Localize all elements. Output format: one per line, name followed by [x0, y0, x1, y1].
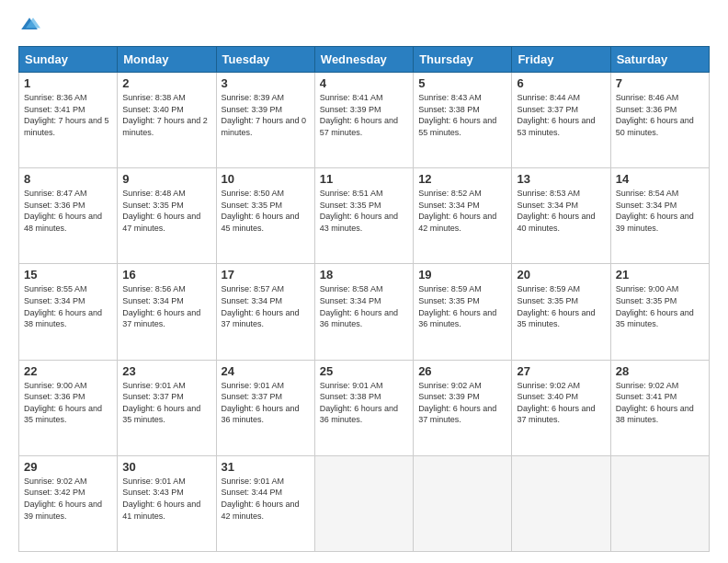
day-number: 3: [222, 76, 310, 90]
day-number: 17: [222, 268, 310, 282]
header: [18, 15, 710, 37]
day-info: Sunrise: 9:01 AMSunset: 3:44 PMDaylight:…: [222, 476, 310, 522]
day-number: 30: [122, 460, 210, 474]
day-number: 31: [222, 460, 310, 474]
day-info: Sunrise: 8:59 AMSunset: 3:35 PMDaylight:…: [418, 283, 506, 329]
calendar-cell: 27Sunrise: 9:02 AMSunset: 3:40 PMDayligh…: [512, 360, 610, 455]
day-info: Sunrise: 8:47 AMSunset: 3:36 PMDaylight:…: [24, 188, 112, 234]
calendar-cell: 23Sunrise: 9:01 AMSunset: 3:37 PMDayligh…: [118, 360, 216, 455]
day-number: 22: [24, 364, 112, 378]
calendar-cell: 26Sunrise: 9:02 AMSunset: 3:39 PMDayligh…: [414, 360, 512, 455]
day-number: 9: [122, 172, 210, 186]
day-info: Sunrise: 8:54 AMSunset: 3:34 PMDaylight:…: [616, 188, 704, 234]
day-info: Sunrise: 9:01 AMSunset: 3:37 PMDaylight:…: [122, 380, 210, 426]
day-info: Sunrise: 9:02 AMSunset: 3:41 PMDaylight:…: [616, 380, 704, 426]
calendar-cell: 21Sunrise: 9:00 AMSunset: 3:35 PMDayligh…: [610, 264, 709, 360]
day-number: 23: [122, 364, 210, 378]
calendar-cell: 1Sunrise: 8:36 AMSunset: 3:41 PMDaylight…: [19, 73, 118, 168]
day-info: Sunrise: 8:41 AMSunset: 3:39 PMDaylight:…: [320, 92, 408, 138]
day-number: 20: [517, 268, 605, 282]
calendar-cell: 20Sunrise: 8:59 AMSunset: 3:35 PMDayligh…: [512, 264, 610, 360]
day-info: Sunrise: 8:58 AMSunset: 3:34 PMDaylight:…: [320, 283, 408, 329]
calendar-cell: 11Sunrise: 8:51 AMSunset: 3:35 PMDayligh…: [314, 168, 413, 264]
calendar-cell: 18Sunrise: 8:58 AMSunset: 3:34 PMDayligh…: [314, 264, 413, 360]
day-number: 25: [320, 364, 408, 378]
day-number: 24: [222, 364, 310, 378]
calendar-cell: 5Sunrise: 8:43 AMSunset: 3:38 PMDaylight…: [414, 73, 512, 168]
calendar-table: SundayMondayTuesdayWednesdayThursdayFrid…: [18, 46, 710, 552]
day-info: Sunrise: 8:46 AMSunset: 3:36 PMDaylight:…: [616, 92, 704, 138]
calendar-cell: 16Sunrise: 8:56 AMSunset: 3:34 PMDayligh…: [118, 264, 216, 360]
day-info: Sunrise: 8:39 AMSunset: 3:39 PMDaylight:…: [222, 92, 310, 138]
weekday-header: Saturday: [610, 47, 709, 73]
page: SundayMondayTuesdayWednesdayThursdayFrid…: [0, 0, 728, 563]
day-number: 12: [418, 172, 506, 186]
calendar-cell: 2Sunrise: 8:38 AMSunset: 3:40 PMDaylight…: [118, 73, 216, 168]
calendar-cell: 31Sunrise: 9:01 AMSunset: 3:44 PMDayligh…: [216, 455, 314, 551]
weekday-header: Monday: [118, 47, 216, 73]
calendar-cell: 25Sunrise: 9:01 AMSunset: 3:38 PMDayligh…: [314, 360, 413, 455]
day-number: 19: [418, 268, 506, 282]
calendar-cell: 30Sunrise: 9:01 AMSunset: 3:43 PMDayligh…: [118, 455, 216, 551]
day-info: Sunrise: 8:43 AMSunset: 3:38 PMDaylight:…: [418, 92, 506, 138]
day-info: Sunrise: 9:00 AMSunset: 3:36 PMDaylight:…: [24, 380, 112, 426]
day-info: Sunrise: 8:51 AMSunset: 3:35 PMDaylight:…: [320, 188, 408, 234]
day-number: 16: [122, 268, 210, 282]
day-info: Sunrise: 8:52 AMSunset: 3:34 PMDaylight:…: [418, 188, 506, 234]
calendar-cell: 15Sunrise: 8:55 AMSunset: 3:34 PMDayligh…: [19, 264, 118, 360]
day-info: Sunrise: 9:01 AMSunset: 3:38 PMDaylight:…: [320, 380, 408, 426]
day-info: Sunrise: 8:44 AMSunset: 3:37 PMDaylight:…: [517, 92, 605, 138]
day-number: 11: [320, 172, 408, 186]
calendar-cell: 22Sunrise: 9:00 AMSunset: 3:36 PMDayligh…: [19, 360, 118, 455]
calendar-cell: [610, 455, 709, 551]
calendar-cell: 19Sunrise: 8:59 AMSunset: 3:35 PMDayligh…: [414, 264, 512, 360]
day-number: 6: [517, 76, 605, 90]
calendar-cell: 12Sunrise: 8:52 AMSunset: 3:34 PMDayligh…: [414, 168, 512, 264]
day-number: 21: [616, 268, 704, 282]
day-number: 8: [24, 172, 112, 186]
day-info: Sunrise: 8:56 AMSunset: 3:34 PMDaylight:…: [122, 283, 210, 329]
day-number: 10: [222, 172, 310, 186]
calendar-cell: [414, 455, 512, 551]
weekday-header: Thursday: [414, 47, 512, 73]
day-info: Sunrise: 8:59 AMSunset: 3:35 PMDaylight:…: [517, 283, 605, 329]
day-number: 14: [616, 172, 704, 186]
day-number: 2: [122, 76, 210, 90]
weekday-header: Sunday: [19, 47, 118, 73]
day-number: 13: [517, 172, 605, 186]
day-number: 28: [616, 364, 704, 378]
weekday-header: Tuesday: [216, 47, 314, 73]
day-info: Sunrise: 9:02 AMSunset: 3:42 PMDaylight:…: [24, 476, 112, 522]
day-info: Sunrise: 9:00 AMSunset: 3:35 PMDaylight:…: [616, 283, 704, 329]
calendar-cell: 10Sunrise: 8:50 AMSunset: 3:35 PMDayligh…: [216, 168, 314, 264]
calendar-cell: 9Sunrise: 8:48 AMSunset: 3:35 PMDaylight…: [118, 168, 216, 264]
calendar-cell: 3Sunrise: 8:39 AMSunset: 3:39 PMDaylight…: [216, 73, 314, 168]
day-info: Sunrise: 8:48 AMSunset: 3:35 PMDaylight:…: [122, 188, 210, 234]
calendar-cell: 7Sunrise: 8:46 AMSunset: 3:36 PMDaylight…: [610, 73, 709, 168]
day-number: 18: [320, 268, 408, 282]
day-info: Sunrise: 9:02 AMSunset: 3:40 PMDaylight:…: [517, 380, 605, 426]
weekday-header: Friday: [512, 47, 610, 73]
day-info: Sunrise: 8:53 AMSunset: 3:34 PMDaylight:…: [517, 188, 605, 234]
logo-icon: [18, 15, 40, 37]
day-info: Sunrise: 9:02 AMSunset: 3:39 PMDaylight:…: [418, 380, 506, 426]
weekday-header: Wednesday: [314, 47, 413, 73]
calendar-cell: 4Sunrise: 8:41 AMSunset: 3:39 PMDaylight…: [314, 73, 413, 168]
day-info: Sunrise: 8:36 AMSunset: 3:41 PMDaylight:…: [24, 92, 112, 138]
day-number: 5: [418, 76, 506, 90]
logo: [18, 15, 44, 37]
calendar-cell: 24Sunrise: 9:01 AMSunset: 3:37 PMDayligh…: [216, 360, 314, 455]
day-info: Sunrise: 9:01 AMSunset: 3:37 PMDaylight:…: [222, 380, 310, 426]
day-number: 4: [320, 76, 408, 90]
day-info: Sunrise: 8:57 AMSunset: 3:34 PMDaylight:…: [222, 283, 310, 329]
day-number: 27: [517, 364, 605, 378]
day-number: 7: [616, 76, 704, 90]
day-number: 1: [24, 76, 112, 90]
day-info: Sunrise: 8:55 AMSunset: 3:34 PMDaylight:…: [24, 283, 112, 329]
calendar-cell: [512, 455, 610, 551]
calendar-cell: 17Sunrise: 8:57 AMSunset: 3:34 PMDayligh…: [216, 264, 314, 360]
calendar-cell: 8Sunrise: 8:47 AMSunset: 3:36 PMDaylight…: [19, 168, 118, 264]
calendar-cell: 29Sunrise: 9:02 AMSunset: 3:42 PMDayligh…: [19, 455, 118, 551]
calendar-cell: 28Sunrise: 9:02 AMSunset: 3:41 PMDayligh…: [610, 360, 709, 455]
day-number: 29: [24, 460, 112, 474]
